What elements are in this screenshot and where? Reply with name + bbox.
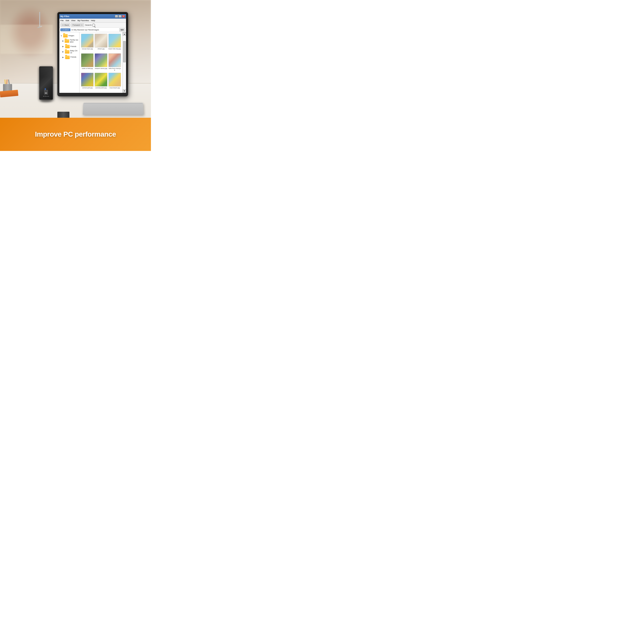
file-item-7[interactable]: central-park2.jpg bbox=[95, 73, 107, 91]
monitor-bezel: My Files — □ ✕ File Edit View My Favorit… bbox=[57, 12, 128, 96]
drive-label-area: WD WD Elements bbox=[41, 90, 51, 97]
sidebar-item-baby-chloe[interactable]: ▶ Baby Chloe bbox=[59, 49, 79, 55]
file-thumb-1 bbox=[95, 34, 107, 48]
search-label: Search bbox=[85, 24, 91, 26]
keyboard bbox=[83, 103, 144, 115]
file-name-6: central-park.jpg bbox=[82, 87, 92, 89]
file-thumb-6 bbox=[81, 73, 94, 87]
file-item-0[interactable]: europe-day1.jpg bbox=[81, 34, 94, 52]
search-icon[interactable] bbox=[92, 24, 95, 27]
file-name-3: sadie-in-field.jpg bbox=[82, 68, 93, 69]
file-name-2: beach-kite-day.jpg bbox=[108, 48, 121, 50]
location-label: Location: bbox=[60, 28, 70, 31]
folder-arrow-friends1: ▶ bbox=[62, 46, 64, 48]
menu-view[interactable]: View bbox=[71, 19, 75, 22]
folder-name-friends2: Friends bbox=[70, 56, 76, 58]
folder-icon-images bbox=[63, 34, 68, 37]
cabinet bbox=[0, 25, 53, 54]
title-bar: My Files — □ ✕ bbox=[59, 14, 126, 19]
folder-arrow-family: ▶ bbox=[62, 40, 64, 42]
background-scene: WD WD Elements My Files — □ ✕ bbox=[0, 0, 151, 151]
file-item-8[interactable]: maui-beach.jpg bbox=[108, 73, 121, 91]
sidebar-item-friends-2[interactable]: ▶ Friends bbox=[59, 55, 79, 60]
sidebar-item-family-vacation[interactable]: ▶ Family vacation bbox=[59, 38, 79, 44]
file-item-2[interactable]: beach-kite-day.jpg bbox=[108, 34, 121, 52]
file-item-5[interactable]: hello-from-maui.jpg bbox=[108, 53, 121, 72]
content-area: ▼ Images ▶ Family vacation ▶ bbox=[59, 32, 126, 93]
folder-arrow-friends2: ▶ bbox=[62, 56, 64, 58]
folder-name-family: Family vacation bbox=[70, 39, 78, 43]
sidebar: ▼ Images ▶ Family vacation ▶ bbox=[59, 32, 79, 93]
monitor-screen: My Files — □ ✕ File Edit View My Favorit… bbox=[59, 14, 126, 93]
bottom-banner: Improve PC performance bbox=[0, 118, 151, 151]
sidebar-item-images[interactable]: ▼ Images bbox=[59, 33, 79, 38]
window-controls: — □ ✕ bbox=[115, 15, 125, 18]
menu-favorites[interactable]: My Favorites bbox=[77, 19, 89, 22]
search-section: Search bbox=[85, 24, 95, 27]
scroll-thumb[interactable] bbox=[123, 41, 126, 62]
file-grid: europe-day1.jpg chloe1.jpg beach-kite-da… bbox=[79, 32, 123, 93]
folder-name-baby: Baby Chloe bbox=[70, 50, 78, 54]
scrollbar: ▲ ▼ bbox=[123, 32, 126, 93]
file-thumb-3 bbox=[81, 53, 94, 67]
back-button[interactable]: << Back bbox=[60, 23, 70, 27]
folder-name-images: Images bbox=[68, 35, 74, 37]
file-thumb-7 bbox=[95, 73, 107, 87]
file-thumb-2 bbox=[108, 34, 121, 48]
wd-model-text: WD Elements bbox=[43, 96, 49, 97]
file-item-6[interactable]: central-park.jpg bbox=[81, 73, 94, 91]
drive-shadow bbox=[39, 100, 53, 103]
file-thumb-8 bbox=[108, 73, 121, 87]
file-thumb-5 bbox=[108, 53, 121, 67]
folder-icon-baby bbox=[65, 50, 69, 54]
file-name-1: chloe1.jpg bbox=[98, 48, 104, 50]
menu-help[interactable]: Help bbox=[91, 19, 95, 22]
location-bar: Location: E:\My Backed Up Files\Images G… bbox=[59, 28, 126, 32]
monitor: My Files — □ ✕ File Edit View My Favorit… bbox=[57, 12, 136, 115]
folder-icon-family bbox=[65, 39, 69, 43]
file-item-1[interactable]: chloe1.jpg bbox=[95, 34, 107, 52]
maximize-button[interactable]: □ bbox=[118, 15, 122, 18]
file-item-4[interactable]: newport winery.jpg bbox=[95, 53, 107, 72]
file-name-8: maui-beach.jpg bbox=[109, 87, 120, 89]
drive-led bbox=[45, 89, 46, 90]
file-name-4: newport winery.jpg bbox=[95, 68, 107, 69]
file-name-0: europe-day1.jpg bbox=[82, 48, 93, 50]
menu-file[interactable]: File bbox=[60, 19, 64, 22]
file-manager-window: My Files — □ ✕ File Edit View My Favorit… bbox=[59, 14, 126, 93]
close-button[interactable]: ✕ bbox=[122, 15, 125, 18]
file-thumb-4 bbox=[95, 53, 107, 67]
location-path[interactable]: E:\My Backed Up Files\Images bbox=[71, 29, 118, 31]
toolbar: << Back Forward >> Search bbox=[59, 23, 126, 28]
file-thumb-0 bbox=[81, 34, 94, 48]
scroll-up-button[interactable]: ▲ bbox=[123, 32, 126, 36]
folder-icon-friends2 bbox=[65, 56, 70, 59]
folder-arrow-baby: ▶ bbox=[62, 51, 64, 53]
banner-text: Improve PC performance bbox=[35, 130, 116, 138]
forward-button[interactable]: Forward >> bbox=[71, 23, 84, 27]
folder-name-friends1: Friends bbox=[70, 46, 76, 48]
wd-logo: WD bbox=[44, 90, 48, 95]
folder-icon-friends1 bbox=[65, 45, 70, 48]
folder-arrow-images: ▼ bbox=[60, 35, 62, 37]
minimize-button[interactable]: — bbox=[115, 15, 118, 18]
file-item-3[interactable]: sadie-in-field.jpg bbox=[81, 53, 94, 72]
file-name-5: hello-from-maui.jpg bbox=[108, 68, 121, 71]
scroll-down-button[interactable]: ▼ bbox=[123, 89, 126, 93]
scroll-track bbox=[123, 36, 126, 89]
wd-logo-text: WD bbox=[45, 92, 47, 94]
file-name-7: central-park2.jpg bbox=[95, 87, 107, 89]
window-title: My Files bbox=[60, 15, 69, 18]
menu-edit[interactable]: Edit bbox=[66, 19, 69, 22]
wd-external-drive: WD WD Elements bbox=[39, 66, 53, 100]
menu-bar: File Edit View My Favorites Help bbox=[59, 19, 126, 23]
sidebar-item-friends-1[interactable]: ▶ Friends bbox=[59, 44, 79, 49]
go-button[interactable]: GO bbox=[119, 28, 125, 31]
